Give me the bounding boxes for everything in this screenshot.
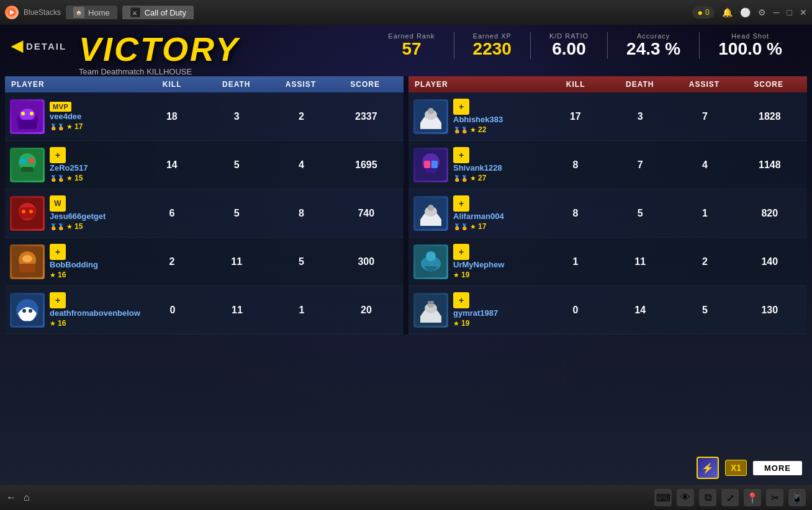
game-tab[interactable]: ⚔ Call of Duty [122,6,194,19]
player-name: deathfromabovenbelow [50,308,140,318]
player-name-block: + UrMyNephew ★ 19 [453,244,504,279]
avatar [413,148,448,182]
camera-icon[interactable]: ⚪ [740,7,751,17]
kill-cell: 8 [543,208,608,219]
player-name: Jesu666getget [50,212,106,221]
mvp-badge: MVP [50,102,71,112]
svg-point-31 [428,108,434,114]
player-rank-badge: 🏅🏅 ★ 15 [50,222,106,231]
svg-point-7 [21,112,25,115]
back-arrow-icon: ◀ [11,37,22,55]
kd-ratio-stat: K/D RATIO 6.00 [531,32,608,59]
blue-team-table: PLAYER KILL DEATH ASSIST SCORE [5,76,404,334]
svg-text:⚔: ⚔ [132,10,137,16]
add-friend-button[interactable]: + [50,292,66,308]
score-cell: 300 [334,256,399,267]
add-friend-button[interactable]: + [453,99,469,115]
kill-cell: 18 [140,111,204,122]
table-row: + ZeRo2517 🏅🏅 ★ 15 14 5 4 1 [5,141,404,189]
add-friend-button[interactable]: + [50,244,66,260]
player-name-block: + BobBodding ★ 16 [50,244,98,279]
player-info: W Jesu666getget 🏅🏅 ★ 15 [10,195,140,231]
avatar [413,244,448,279]
player-info: MVP vee4dee 🏅🏅 ★ 17 [10,99,140,134]
score-cell: 740 [334,208,399,219]
player-rank-badge: ★ 16 [50,319,140,328]
bell-icon[interactable]: 🔔 [722,7,733,17]
rank-badge: W [50,195,66,212]
svg-rect-36 [425,168,436,173]
table-row: + Abhishek383 🏅🏅 ★ 22 17 3 7 [408,92,807,141]
add-friend-button[interactable]: + [50,147,66,163]
earned-rank-stat: Earned Rank 57 [369,32,454,59]
location-icon[interactable]: 📍 [744,489,761,506]
svg-point-20 [29,210,33,213]
player-rank-badge: ★ 19 [453,319,498,328]
kill-cell: 6 [140,208,204,219]
blue-assist-col-header: ASSIST [269,80,333,89]
blue-team-body: MVP vee4dee 🏅🏅 ★ 17 18 3 2 [5,92,404,334]
taskbar-left: ← ⌂ [6,492,30,503]
assist-cell: 5 [269,256,333,267]
score-cell: 820 [738,208,802,219]
add-friend-button[interactable]: + [453,292,469,308]
assist-cell: 4 [269,159,333,171]
player-info: + Shivank1228 🏅🏅 ★ 27 [413,147,543,182]
stats-bar: Earned Rank 57 Earned XP 2230 K/D RATIO … [369,32,801,59]
death-cell: 5 [608,208,672,219]
avatar [10,293,45,328]
score-cell: 1695 [334,159,399,171]
player-name: Shivank1228 [453,163,502,172]
death-cell: 3 [204,111,269,122]
kill-cell: 0 [543,305,608,316]
cod-icon: ⚔ [130,7,141,18]
settings-icon[interactable]: ⚙ [758,7,766,17]
victory-text: VICTORY [79,32,240,66]
death-cell: 14 [608,305,672,316]
minimize-icon[interactable]: ─ [774,7,780,17]
coins-display: ● 0 [692,6,714,19]
eye-icon[interactable]: 👁 [677,489,694,506]
keyboard-icon[interactable]: ⌨ [654,489,672,506]
red-team-header: PLAYER KILL DEATH ASSIST SCORE [408,76,807,92]
player-info: + ZeRo2517 🏅🏅 ★ 15 [10,147,140,182]
home-taskbar-icon[interactable]: ⌂ [24,492,30,503]
more-button[interactable]: MORE [753,461,802,475]
head-shot-stat: Head Shot 100.0 % [700,32,801,59]
assist-cell: 7 [672,111,737,122]
svg-rect-35 [431,161,438,168]
death-cell: 11 [204,256,269,267]
add-friend-button[interactable]: + [453,195,469,212]
player-info: + deathfromabovenbelow ★ 16 [10,292,140,328]
taskbar-right: ⌨ 👁 ⧉ ⤢ 📍 ✂ 📱 [654,489,806,506]
svg-rect-34 [424,161,430,168]
red-team-body: + Abhishek383 🏅🏅 ★ 22 17 3 7 [408,92,807,334]
svg-point-27 [22,309,26,313]
player-rank-badge: 🏅🏅 ★ 15 [50,174,88,182]
add-friend-button[interactable]: + [453,244,469,260]
back-button[interactable]: ◀ DETAIL [11,37,66,55]
close-icon[interactable]: ✕ [800,7,807,17]
blue-player-col-header: PLAYER [11,80,140,89]
red-score-col-header: SCORE [736,80,801,89]
maximize-icon[interactable]: □ [787,7,792,17]
expand-icon[interactable]: ⤢ [721,489,739,506]
add-friend-button[interactable]: + [453,147,469,163]
earned-xp-stat: Earned XP 2230 [454,32,531,59]
cut-icon[interactable]: ✂ [766,489,783,506]
avatar [10,196,45,231]
player-rank-badge: 🏅🏅 ★ 22 [453,125,503,134]
home-tab[interactable]: 🏠 Home [66,6,117,19]
table-row: + deathfromabovenbelow ★ 16 0 11 1 20 [5,286,404,334]
title-bar-controls: ● 0 🔔 ⚪ ⚙ ─ □ ✕ [692,6,807,19]
death-cell: 5 [204,159,269,171]
back-taskbar-icon[interactable]: ← [6,492,16,503]
blue-team-header: PLAYER KILL DEATH ASSIST SCORE [5,76,404,92]
player-name-block: + ZeRo2517 🏅🏅 ★ 15 [50,147,88,182]
copy-icon[interactable]: ⧉ [699,489,716,506]
player-name: Abhishek383 [453,115,503,124]
player-info: + UrMyNephew ★ 19 [413,244,543,279]
player-name: BobBodding [50,260,98,269]
phone-icon[interactable]: 📱 [788,489,806,506]
score-cell: 1828 [738,111,802,122]
